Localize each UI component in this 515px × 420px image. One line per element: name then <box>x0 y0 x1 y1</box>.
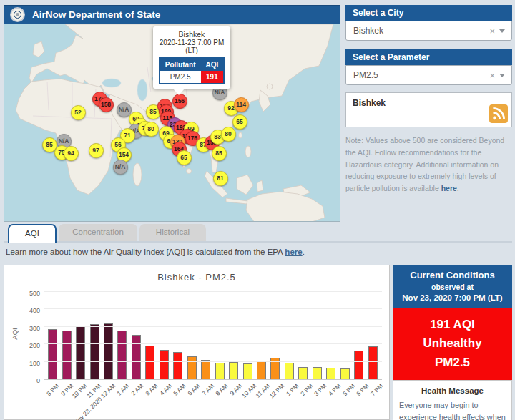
parameter-select[interactable]: PM2.5 × <box>345 65 512 85</box>
x-tick-label: 6 AM <box>186 382 201 397</box>
city-select[interactable]: Bishkek × <box>345 21 512 41</box>
app-header: AirNow Department of State <box>4 5 340 24</box>
chart-bar[interactable] <box>160 350 169 379</box>
x-tick-label: 8 PM <box>45 382 60 397</box>
gridline <box>44 308 382 309</box>
popup-city: Bishkek <box>156 30 227 39</box>
select-parameter-header: Select a Parameter <box>345 49 512 65</box>
current-conditions-panel: Current Conditions observed at Nov 23, 2… <box>393 265 512 420</box>
chart-bar[interactable] <box>62 331 72 379</box>
rss-feed-button[interactable] <box>489 104 508 123</box>
aqi-map-marker[interactable]: 158 <box>99 97 114 112</box>
x-tick-label: 4 PM <box>327 382 342 397</box>
city-dropdown-arrow-icon[interactable] <box>499 29 505 33</box>
y-tick-label: 300 <box>14 325 40 332</box>
chart-bar[interactable] <box>90 324 99 379</box>
x-tick-label: 2 PM <box>299 382 314 397</box>
x-tick-label: 11 AM <box>255 382 272 399</box>
aqi-map-marker[interactable]: N/A <box>113 160 128 175</box>
aqi-map-marker[interactable]: 85 <box>212 146 227 161</box>
note-here-link[interactable]: here <box>441 184 457 192</box>
chart-bar[interactable] <box>48 329 57 379</box>
parameter-select-value: PM2.5 <box>346 70 485 80</box>
x-tick-label: 5 AM <box>172 382 187 397</box>
x-tick-label: 5 PM <box>341 382 356 397</box>
x-tick-label: 10 PM <box>71 382 88 399</box>
chart-bar[interactable] <box>368 346 378 379</box>
popup-datetime: 2020-11-23 7:00 PM <box>156 39 227 47</box>
aqi-map-marker[interactable]: 80 <box>221 127 236 142</box>
chart-title: Bishkek - PM2.5 <box>4 272 389 283</box>
y-tick-label: 200 <box>14 342 40 349</box>
aqi-map-marker[interactable]: 94 <box>64 146 79 161</box>
chart-bar[interactable] <box>132 335 141 379</box>
gridline <box>44 361 382 362</box>
airnow-app: AirNow Department of State <box>0 0 515 420</box>
aqi-map-marker[interactable]: 97 <box>89 143 104 158</box>
aqi-map-marker[interactable]: 80 <box>144 122 159 137</box>
chart-bar[interactable] <box>173 352 182 379</box>
aqi-map-marker[interactable]: 114 <box>234 97 249 112</box>
popup-col-pollutant: Pollutant <box>160 58 201 71</box>
x-tick-label: 3 PM <box>313 382 328 397</box>
aqi-map-marker[interactable]: N/A <box>117 102 132 117</box>
chart-bar[interactable] <box>354 351 363 379</box>
tab-aqi[interactable]: AQI <box>8 224 57 243</box>
cc-datetime: Nov 23, 2020 7:00 PM (LT) <box>396 293 509 302</box>
chart-bar[interactable] <box>76 326 85 379</box>
tab-concentration[interactable]: Concentration <box>59 224 137 241</box>
health-message-title: Health Message <box>393 386 511 395</box>
y-tick-label: 0 <box>14 377 40 384</box>
city-clear-icon[interactable]: × <box>485 26 499 36</box>
popup-pollutant-value: PM2.5 <box>160 71 201 84</box>
cc-aqi-pollutant: PM2.5 <box>396 353 509 372</box>
chart-bar[interactable] <box>285 363 294 379</box>
aqi-map-marker[interactable]: 156 <box>172 94 187 109</box>
select-city-header: Select a City <box>345 5 512 21</box>
chart-bar[interactable] <box>298 367 308 379</box>
chart-bar[interactable] <box>313 367 322 379</box>
city-feed-box: Bishkek <box>345 92 512 127</box>
aqi-map-marker[interactable]: 65 <box>177 150 192 165</box>
chart-bar[interactable] <box>215 363 225 379</box>
chart-bar[interactable] <box>243 363 252 379</box>
y-tick-label: 500 <box>14 290 40 297</box>
chart-bar[interactable] <box>117 331 127 379</box>
popup-aqi-value: 191 <box>201 71 225 84</box>
x-tick-label: 7 AM <box>200 382 215 397</box>
aqi-map-marker[interactable]: 81 <box>213 171 228 186</box>
current-conditions-header: Current Conditions observed at Nov 23, 2… <box>393 265 512 308</box>
rss-icon <box>489 104 508 123</box>
x-tick-label: 8 AM <box>215 382 230 397</box>
aqi-map-marker[interactable]: 52 <box>71 105 86 120</box>
chart-bar[interactable] <box>201 360 210 379</box>
dept-of-state-seal-icon <box>10 7 25 22</box>
chart-bar[interactable] <box>145 346 154 379</box>
chart-bar[interactable] <box>257 361 266 379</box>
tab-historical[interactable]: Historical <box>139 224 206 241</box>
tab-bar: AQI Concentration Historical <box>4 224 512 243</box>
chart-bars <box>44 293 382 379</box>
map-popup: Bishkek 2020-11-23 7:00 PM (LT) Pollutan… <box>153 26 230 89</box>
popup-table: Pollutant AQI PM2.5 191 <box>159 57 225 84</box>
beyond-aqi-note: Note: Values above 500 are considered Be… <box>345 135 512 195</box>
x-tick-label: 6 PM <box>355 382 370 397</box>
chart-bar[interactable] <box>340 368 350 379</box>
learn-more-text: Learn more about how the Air Quality Ind… <box>6 248 305 256</box>
aqi-map-marker[interactable]: 65 <box>232 114 247 130</box>
chart-bar[interactable] <box>229 362 238 379</box>
x-axis-labels: 8 PM9 PM10 PM11 PMNov 23, 2020 12 AM1 AM… <box>44 382 382 419</box>
cc-health-box: Health Message Everyone may begin to exp… <box>393 380 512 420</box>
cc-aqi-value: 191 AQI <box>396 316 509 334</box>
chart-bar[interactable] <box>104 323 113 379</box>
app-title: AirNow Department of State <box>32 9 160 20</box>
chart-bar[interactable] <box>326 368 335 379</box>
chart-bar[interactable] <box>187 356 197 379</box>
aqi-bar-chart: Bishkek - PM2.5 AQI 0100200300400500 8 P… <box>4 265 390 420</box>
cc-observed-at: observed at <box>396 283 509 291</box>
parameter-clear-icon[interactable]: × <box>485 70 499 81</box>
learn-more-here-link[interactable]: here <box>285 248 302 256</box>
parameter-dropdown-arrow-icon[interactable] <box>499 74 505 77</box>
world-aqi-map[interactable]: 52175158N/A6964N/A7080715615485N/A759497… <box>4 24 340 222</box>
cc-title: Current Conditions <box>396 270 509 280</box>
